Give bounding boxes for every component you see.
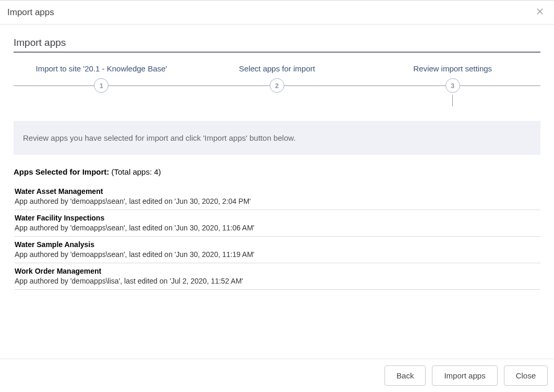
selected-header: Apps Selected for Import: (Total apps: 4… xyxy=(14,167,540,176)
app-meta: App authored by 'demoapps\sean', last ed… xyxy=(15,224,540,232)
step-2-label[interactable]: Select apps for import xyxy=(189,64,365,73)
close-footer-button[interactable]: Close xyxy=(504,365,548,386)
selected-count: (Total apps: 4) xyxy=(112,167,161,176)
step-3-circle[interactable]: 3 xyxy=(445,78,460,93)
step-1-label[interactable]: Import to site '20.1 - Knowledge Base' xyxy=(14,64,189,73)
stepper-line xyxy=(14,85,94,86)
stepper-line xyxy=(284,85,365,86)
stepper-line xyxy=(189,85,270,86)
close-button[interactable] xyxy=(534,6,546,19)
app-name: Work Order Management xyxy=(15,267,540,275)
app-meta: App authored by 'demoapps\sean', last ed… xyxy=(15,250,540,259)
section-heading: Import apps xyxy=(14,37,540,53)
app-list: Water Asset Management App authored by '… xyxy=(14,183,540,290)
active-step-pointer xyxy=(452,95,453,106)
step-2-circle[interactable]: 2 xyxy=(270,78,284,93)
back-button[interactable]: Back xyxy=(384,365,426,386)
stepper-line xyxy=(365,85,445,86)
import-apps-button[interactable]: Import apps xyxy=(432,365,497,386)
close-icon xyxy=(535,7,545,18)
titlebar-title: Import apps xyxy=(7,7,54,18)
stepper-line xyxy=(109,85,189,86)
titlebar: Import apps xyxy=(0,1,554,24)
selected-label: Apps Selected for Import: xyxy=(14,167,109,176)
content-area: Import apps Import to site '20.1 - Knowl… xyxy=(0,24,554,290)
step-3-label[interactable]: Review import settings xyxy=(365,64,540,73)
list-item: Water Sample Analysis App authored by 'd… xyxy=(15,237,540,263)
step-1-circle[interactable]: 1 xyxy=(94,78,109,93)
list-item: Water Asset Management App authored by '… xyxy=(15,183,540,210)
app-name: Water Asset Management xyxy=(15,187,540,195)
info-banner: Review apps you have selected for import… xyxy=(14,121,540,155)
info-banner-text: Review apps you have selected for import… xyxy=(23,133,296,142)
app-name: Water Sample Analysis xyxy=(15,240,540,249)
list-item: Water Facility Inspections App authored … xyxy=(15,210,540,237)
app-meta: App authored by 'demoapps\sean', last ed… xyxy=(15,197,540,205)
footer-bar: Back Import apps Close xyxy=(0,359,554,392)
stepper-line xyxy=(460,85,540,86)
app-name: Water Facility Inspections xyxy=(15,214,540,222)
app-meta: App authored by 'demoapps\lisa', last ed… xyxy=(15,277,540,285)
list-item: Work Order Management App authored by 'd… xyxy=(15,263,540,290)
wizard-stepper: Import to site '20.1 - Knowledge Base' S… xyxy=(14,64,540,106)
